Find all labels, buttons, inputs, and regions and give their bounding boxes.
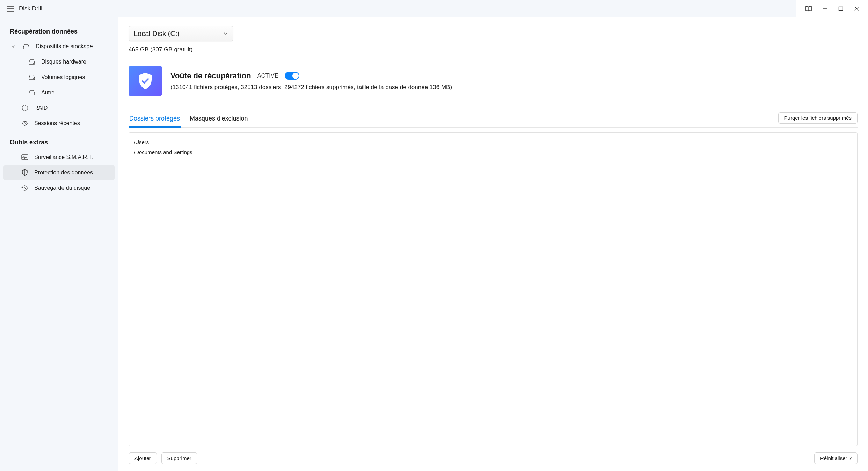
tab-exclusion-masks[interactable]: Masques d'exclusion [189,112,249,128]
sidebar-item-label: Protection des données [34,169,110,176]
sidebar-item-label: Surveillance S.M.A.R.T. [34,154,110,160]
drive-icon [22,44,30,49]
shield-icon [21,169,29,176]
sidebar-item-recent-sessions[interactable]: Sessions récentes [3,116,115,131]
svg-rect-5 [22,106,27,110]
svg-point-4 [33,94,34,94]
sidebar-item-label: Dispositifs de stockage [36,43,110,50]
svg-rect-0 [839,7,843,11]
main-content: Local Disk (C:) 465 GB (307 GB gratuit) … [118,17,868,471]
book-icon[interactable] [805,5,812,12]
close-button[interactable] [853,5,860,12]
sidebar-section-extras: Outils extras [0,137,118,150]
sidebar-item-other[interactable]: Autre [3,85,115,100]
activity-icon [21,154,29,160]
sidebar-item-data-protection[interactable]: Protection des données [3,165,115,180]
sidebar-item-label: RAID [34,105,110,111]
svg-point-3 [33,78,34,79]
tab-protected-folders[interactable]: Dossiers protégés [129,112,181,128]
sidebar-item-label: Disques hardware [41,59,110,65]
purge-button[interactable]: Purger les fichiers supprimés [778,112,858,124]
svg-point-2 [33,63,34,64]
protected-folders-list[interactable]: \Users \Documents and Settings [129,132,858,446]
recovery-vault-panel: Voûte de récupération ACTIVE (131041 fic… [129,66,858,96]
sidebar-item-smart[interactable]: Surveillance S.M.A.R.T. [3,150,115,165]
vault-toggle[interactable] [285,72,299,80]
remove-button[interactable]: Supprimer [161,452,197,464]
svg-point-7 [24,123,25,124]
vault-title: Voûte de récupération [170,71,251,80]
sidebar-section-recovery: Récupération données [0,26,118,39]
sidebar-item-label: Sessions récentes [34,120,110,126]
sidebar-item-storage-devices[interactable]: Dispositifs de stockage [3,39,115,54]
sidebar-item-logical-volumes[interactable]: Volumes logiques [3,70,115,85]
window-controls [796,0,868,17]
disk-select-dropdown[interactable]: Local Disk (C:) [129,26,233,41]
reset-button[interactable]: Réinitialiser ? [814,452,858,464]
vault-status: ACTIVE [257,73,279,79]
bottom-actions: Ajouter Supprimer Réinitialiser ? [129,452,858,464]
minimize-button[interactable] [821,5,828,12]
hamburger-icon[interactable] [7,6,14,12]
sidebar-item-disk-backup[interactable]: Sauvegarde du disque [3,180,115,196]
tabs-row: Dossiers protégés Masques d'exclusion Pu… [129,112,858,128]
disk-info: 465 GB (307 GB gratuit) [129,46,858,53]
sidebar-item-label: Volumes logiques [41,74,110,80]
list-item[interactable]: \Users [134,137,852,147]
sidebar-item-raid[interactable]: RAID [3,100,115,116]
sidebar-item-hardware-disks[interactable]: Disques hardware [3,54,115,70]
disk-select-value: Local Disk (C:) [134,30,180,38]
add-button[interactable]: Ajouter [129,452,157,464]
history-icon [21,184,29,191]
app-title: Disk Drill [19,5,42,12]
sidebar-item-label: Autre [41,89,110,96]
raid-icon [21,105,29,111]
titlebar: Disk Drill [0,0,868,17]
shield-badge-icon [129,66,162,96]
chevron-down-icon [10,44,17,49]
sidebar: Récupération données Dispositifs de stoc… [0,17,118,471]
gear-icon [21,120,29,126]
drive-icon [28,90,36,95]
svg-point-1 [28,48,28,48]
chevron-down-icon [223,31,228,36]
drive-icon [28,59,36,65]
list-item[interactable]: \Documents and Settings [134,147,852,157]
maximize-button[interactable] [837,5,844,12]
drive-icon [28,74,36,80]
vault-stats: (131041 fichiers protégés, 32513 dossier… [170,84,452,91]
sidebar-item-label: Sauvegarde du disque [34,185,110,191]
